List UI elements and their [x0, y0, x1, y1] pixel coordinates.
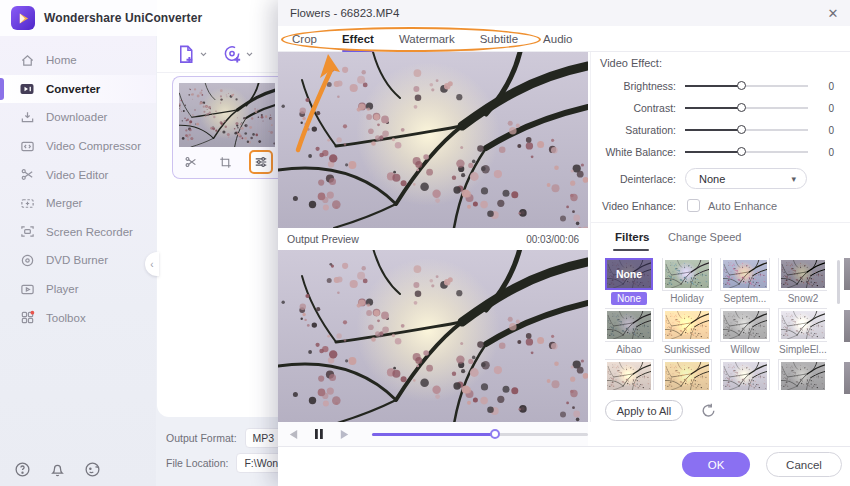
ok-button[interactable]: OK — [682, 452, 750, 477]
output-format-value[interactable]: MP3 — [245, 428, 283, 448]
playback-progress — [372, 433, 495, 436]
active-indicator — [0, 78, 4, 101]
filter-label: Holiday — [670, 292, 703, 305]
sidebar-item-merger[interactable]: Merger — [0, 189, 156, 218]
tab-audio[interactable]: Audio — [543, 33, 572, 45]
effect-icon-highlighted[interactable] — [249, 150, 273, 174]
filter-item-aibao[interactable]: Aibao — [605, 309, 653, 356]
reset-icon[interactable] — [700, 402, 717, 419]
filter-item-partial[interactable] — [721, 360, 769, 390]
video-editor-icon — [19, 167, 35, 183]
sidebar-item-label: Video Editor — [46, 169, 108, 181]
sidebar-item-player[interactable]: Player — [0, 275, 156, 304]
sidebar-item-downloader[interactable]: Downloader — [0, 103, 156, 132]
help-icon[interactable] — [14, 461, 31, 478]
saturation-label: Saturation: — [600, 124, 676, 136]
toolbox-icon — [19, 310, 35, 326]
sidebar-item-label: Toolbox — [46, 312, 86, 324]
dialog-title: Flowers - 66823.MP4 — [290, 7, 399, 19]
app-brand: Wondershare UniConverter — [11, 6, 202, 30]
none-overlay: None — [607, 260, 651, 288]
filter-item-partial[interactable] — [605, 360, 653, 390]
filter-label: Sunkissed — [664, 343, 710, 356]
pause-button[interactable] — [309, 426, 328, 442]
app-window: Wondershare UniConverter Home Converter … — [0, 0, 850, 486]
sidebar-item-home[interactable]: Home — [0, 46, 156, 75]
sidebar-item-dvd-burner[interactable]: DVD Burner — [0, 246, 156, 275]
notifications-bell-icon[interactable] — [49, 461, 66, 478]
tab-change-speed[interactable]: Change Speed — [668, 231, 741, 243]
slider-handle[interactable] — [737, 103, 746, 112]
sidebar-item-toolbox[interactable]: Toolbox — [0, 303, 156, 332]
apply-to-all-button[interactable]: Apply to All — [605, 400, 683, 421]
slider-handle[interactable] — [737, 81, 746, 90]
sidebar-nav: Home Converter Downloader Video Compress… — [0, 46, 156, 332]
filter-item-september[interactable]: Septem... — [721, 258, 769, 305]
auto-enhance-checkbox[interactable] — [687, 199, 700, 212]
sidebar-footer — [14, 461, 101, 478]
filter-label: None — [611, 292, 647, 305]
filter-item-simpleelegance[interactable]: SimpleEl... — [779, 309, 827, 356]
filter-label: Aibao — [616, 343, 642, 356]
white-balance-label: White Balance: — [600, 146, 676, 158]
white-balance-slider[interactable] — [685, 151, 808, 153]
player-controls — [278, 422, 588, 446]
brightness-slider[interactable] — [685, 85, 808, 87]
filters-tab-underline — [613, 249, 649, 251]
deinterlace-dropdown[interactable]: None ▾ — [685, 168, 807, 189]
filter-item-partial[interactable] — [779, 360, 827, 390]
tab-subtitle[interactable]: Subtitle — [480, 33, 518, 45]
tab-effect[interactable]: Effect — [342, 33, 374, 45]
sidebar-item-screen-recorder[interactable]: Screen Recorder — [0, 218, 156, 247]
sidebar-item-label: Video Compressor — [46, 140, 141, 152]
next-frame-button[interactable] — [334, 426, 353, 442]
add-dvd-button[interactable] — [222, 43, 253, 65]
filters-scrollbar[interactable] — [837, 260, 840, 304]
sidebar-item-label: Home — [46, 54, 77, 66]
slider-handle[interactable] — [737, 125, 746, 134]
timecode: 00:03/00:06 — [526, 234, 579, 245]
video-clip-card[interactable] — [172, 76, 278, 179]
clip-thumbnail — [179, 83, 275, 147]
filter-item-holiday[interactable]: Holiday — [663, 258, 711, 305]
sidebar-item-video-compressor[interactable]: Video Compressor — [0, 132, 156, 161]
previous-frame-button[interactable] — [284, 426, 303, 442]
filter-item-partial[interactable] — [663, 360, 711, 390]
saturation-value: 0 — [828, 125, 836, 136]
footer-divider — [278, 446, 850, 447]
playback-handle[interactable] — [490, 429, 500, 439]
crop-icon[interactable] — [214, 150, 238, 174]
slider-handle[interactable] — [737, 147, 746, 156]
tab-crop[interactable]: Crop — [292, 33, 317, 45]
dialog-tabs: Crop Effect Watermark Subtitle Audio — [278, 26, 850, 52]
filter-label: Snow2 — [788, 292, 819, 305]
video-compressor-icon — [19, 138, 35, 154]
filter-item-none[interactable]: None None — [605, 258, 653, 305]
sidebar-item-label: Screen Recorder — [46, 226, 133, 238]
output-preview-label: Output Preview — [287, 233, 359, 245]
feedback-icon[interactable] — [84, 461, 101, 478]
saturation-slider[interactable] — [685, 129, 808, 131]
close-icon[interactable]: ✕ — [826, 6, 840, 20]
playback-slider[interactable] — [372, 433, 588, 436]
sidebar-item-video-editor[interactable]: Video Editor — [0, 160, 156, 189]
cancel-button[interactable]: Cancel — [766, 452, 842, 477]
chevron-down-icon — [200, 43, 207, 61]
add-files-button[interactable] — [176, 43, 207, 65]
filter-label: SimpleEl... — [779, 343, 827, 356]
trim-icon[interactable] — [179, 150, 203, 174]
tab-filters[interactable]: Filters — [615, 231, 650, 243]
app-logo-icon — [11, 6, 35, 30]
contrast-slider[interactable] — [685, 107, 808, 109]
filter-item-sunkissed[interactable]: Sunkissed — [663, 309, 711, 356]
saturation-row: Saturation: 0 — [600, 123, 836, 137]
white-balance-row: White Balance: 0 — [600, 145, 836, 159]
filter-item-snow2[interactable]: Snow2 — [779, 258, 827, 305]
screen-recorder-icon — [19, 224, 35, 240]
downloader-icon — [19, 109, 35, 125]
partial-thumbnail — [844, 362, 850, 394]
filter-item-willow[interactable]: Willow — [721, 309, 769, 356]
deinterlace-value: None — [699, 173, 725, 185]
tab-watermark[interactable]: Watermark — [399, 33, 455, 45]
sidebar-item-converter[interactable]: Converter — [0, 75, 156, 104]
